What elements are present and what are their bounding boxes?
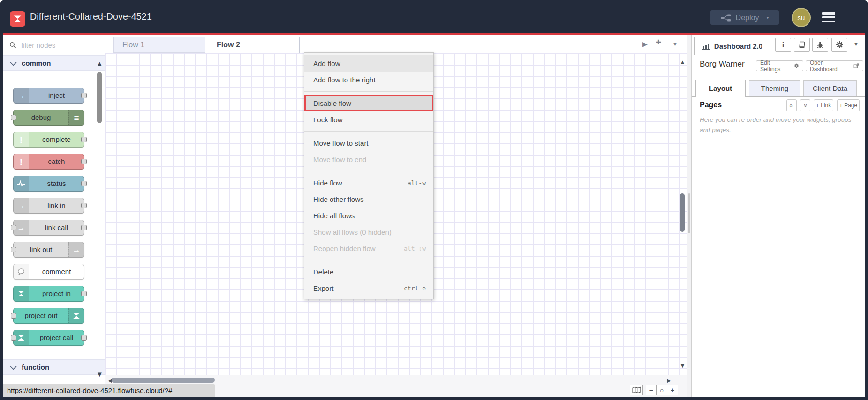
main-menu-button[interactable] <box>822 12 835 22</box>
deploy-button[interactable]: Deploy ▾ <box>710 10 779 25</box>
sidebar-collapse-chevron-icon[interactable]: ▼ <box>853 41 859 47</box>
canvas-scroll-down-icon[interactable]: ▼ <box>679 362 686 369</box>
status-url: https://different-collared-dove-4521.flo… <box>3 384 215 397</box>
menu-item-delete[interactable]: Delete <box>304 264 433 280</box>
scroll-tabs-right-icon[interactable]: ▶ <box>642 39 648 49</box>
flowfuse-logo-icon <box>10 11 25 27</box>
gear-icon <box>794 63 799 68</box>
zoom-in-button[interactable]: + <box>667 385 678 395</box>
menu-item-add-flow-right[interactable]: Add flow to the right <box>304 72 433 88</box>
docs-button[interactable] <box>794 38 810 52</box>
palette-node-status[interactable]: status <box>13 176 84 192</box>
debug-icon: ≡ <box>68 110 84 125</box>
menu-item-lock-flow[interactable]: Lock flow <box>304 111 433 128</box>
move-page-down-button[interactable]: « <box>800 99 810 111</box>
tab-flow-1[interactable]: Flow 1 <box>113 37 205 53</box>
palette-scroll-up-icon[interactable]: ▲ <box>96 60 103 67</box>
palette-scroll-down-icon[interactable]: ▼ <box>96 370 103 378</box>
palette-node-catch[interactable]: ! catch <box>13 154 84 170</box>
palette-category-function[interactable]: function <box>3 359 105 375</box>
resize-grip[interactable] <box>688 193 690 233</box>
node-output-port <box>81 335 87 341</box>
palette-node-link-out[interactable]: link out → <box>13 242 84 258</box>
palette-node-inject[interactable]: → inject <box>13 88 84 104</box>
menu-item-disable-flow[interactable]: Disable flow <box>304 95 433 111</box>
avatar-initials: su <box>798 14 805 22</box>
menu-item-hide-all-flows[interactable]: Hide all flows <box>304 207 433 224</box>
menu-item-label: Move flow to start <box>313 135 426 151</box>
node-label: link out <box>14 242 68 257</box>
palette-node-project-out[interactable]: project out <box>13 308 84 324</box>
node-label: project in <box>29 286 84 301</box>
add-link-button[interactable]: + Link <box>814 99 833 111</box>
palette-node-link-call[interactable]: → link call <box>13 220 84 236</box>
flow-list-chevron-icon[interactable]: ▼ <box>672 39 678 49</box>
node-label: status <box>29 176 84 191</box>
add-flow-button[interactable]: + <box>656 37 661 47</box>
canvas-horizontal-scrollbar-thumb[interactable] <box>112 378 215 383</box>
palette-node-complete[interactable]: ! complete <box>13 132 84 148</box>
zoom-out-button[interactable]: − <box>646 385 657 395</box>
sidebar-resize-handle[interactable] <box>687 35 692 397</box>
menu-item-hide-other-flows[interactable]: Hide other flows <box>304 191 433 207</box>
sidebar-tab-theming[interactable]: Theming <box>749 80 800 97</box>
menu-item-label: Move flow to end <box>313 151 426 168</box>
move-page-up-button[interactable]: « <box>786 99 797 111</box>
pages-help-text: Here you can re-order and move your widg… <box>700 115 855 136</box>
menu-separator <box>304 91 433 92</box>
instance-title: Different-Collared-Dove-4521 <box>30 0 152 33</box>
menu-item-move-flow-start[interactable]: Move flow to start <box>304 135 433 151</box>
user-avatar[interactable]: su <box>792 8 811 27</box>
deploy-label: Deploy <box>736 14 759 22</box>
sidebar-tab-layout[interactable]: Layout <box>695 80 746 97</box>
palette-scrollbar-thumb[interactable] <box>97 72 102 123</box>
app-header: Different-Collared-Dove-4521 Deploy ▾ su <box>0 0 868 33</box>
menu-item-export[interactable]: Exportctrl-e <box>304 280 433 296</box>
gear-icon <box>836 41 844 49</box>
node-input-port <box>11 313 16 319</box>
info-button[interactable]: i <box>775 38 791 52</box>
chevron-down-icon <box>10 59 16 66</box>
chevron-down-icon <box>10 363 16 370</box>
node-label: project out <box>14 308 68 323</box>
palette-node-comment[interactable]: comment <box>13 264 84 280</box>
button-label: Open Dashboard <box>810 59 851 73</box>
palette-filter-input[interactable] <box>20 41 92 50</box>
bar-chart-icon <box>702 43 710 50</box>
palette-node-project-in[interactable]: project in <box>13 286 84 302</box>
palette-category-common[interactable]: common <box>3 55 105 71</box>
exclamation-icon: ! <box>14 132 29 147</box>
menu-item-add-flow[interactable]: Add flow <box>304 55 433 72</box>
flow-tab-bar: Flow 1 Flow 2 ▶ + ▼ <box>105 35 687 53</box>
pages-section-title: Pages <box>700 101 722 109</box>
tab-label: Flow 1 <box>122 41 144 49</box>
settings-button[interactable] <box>831 38 847 52</box>
zoom-controls: − ○ + <box>646 385 678 395</box>
sidebar-tab-client-data[interactable]: Client Data <box>803 80 857 97</box>
navigator-toggle-button[interactable] <box>630 385 643 395</box>
sidebar-tab-label: Dashboard 2.0 <box>714 42 762 50</box>
edit-settings-button[interactable]: Edit Settings <box>756 60 803 71</box>
add-page-button[interactable]: + Page <box>837 99 860 111</box>
open-dashboard-button[interactable]: Open Dashboard <box>806 60 863 71</box>
deploy-options-chevron-icon[interactable]: ▾ <box>766 15 769 20</box>
debug-button[interactable] <box>812 38 828 52</box>
menu-item-hide-flow[interactable]: Hide flowalt-w <box>304 175 433 191</box>
project-icon <box>14 286 29 301</box>
zoom-reset-button[interactable]: ○ <box>657 385 667 395</box>
sidebar-tab-dashboard[interactable]: Dashboard 2.0 <box>694 37 770 55</box>
canvas-scroll-right-icon[interactable]: ► <box>666 377 672 384</box>
menu-item-label: Disable flow <box>313 96 426 110</box>
menu-separator <box>304 260 433 260</box>
menu-shortcut: alt-w <box>408 175 426 191</box>
palette-search-row <box>3 35 105 56</box>
tab-flow-2[interactable]: Flow 2 <box>208 37 300 54</box>
node-label: project call <box>29 330 84 345</box>
palette-node-debug[interactable]: debug ≡ <box>13 110 84 126</box>
canvas-scroll-up-icon[interactable]: ▲ <box>679 59 686 66</box>
palette-node-link-in[interactable]: → link in <box>13 198 84 214</box>
deploy-icon <box>721 14 731 22</box>
palette-node-project-call[interactable]: project call <box>13 330 84 346</box>
book-icon <box>798 41 806 48</box>
canvas-vertical-scrollbar-thumb[interactable] <box>680 193 685 232</box>
